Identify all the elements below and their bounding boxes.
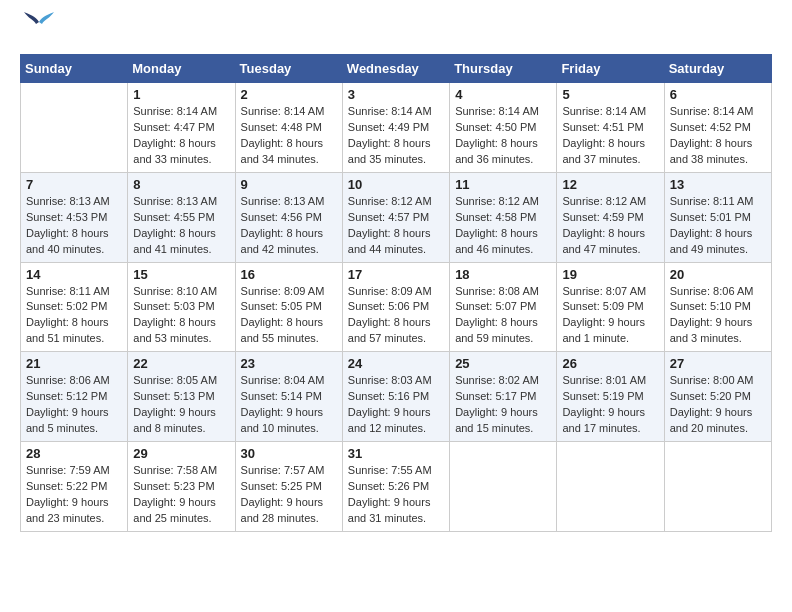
day-number: 3 xyxy=(348,87,444,102)
logo-bird-icon xyxy=(24,12,54,38)
day-info: Sunrise: 8:09 AMSunset: 5:05 PMDaylight:… xyxy=(241,284,337,348)
day-number: 27 xyxy=(670,356,766,371)
day-info: Sunrise: 8:14 AMSunset: 4:47 PMDaylight:… xyxy=(133,104,229,168)
calendar-cell: 11Sunrise: 8:12 AMSunset: 4:58 PMDayligh… xyxy=(450,172,557,262)
calendar-cell xyxy=(450,442,557,532)
day-number: 23 xyxy=(241,356,337,371)
calendar-cell: 22Sunrise: 8:05 AMSunset: 5:13 PMDayligh… xyxy=(128,352,235,442)
calendar-cell: 2Sunrise: 8:14 AMSunset: 4:48 PMDaylight… xyxy=(235,83,342,173)
calendar-cell: 5Sunrise: 8:14 AMSunset: 4:51 PMDaylight… xyxy=(557,83,664,173)
day-info: Sunrise: 7:59 AMSunset: 5:22 PMDaylight:… xyxy=(26,463,122,527)
calendar-cell: 28Sunrise: 7:59 AMSunset: 5:22 PMDayligh… xyxy=(21,442,128,532)
day-info: Sunrise: 8:10 AMSunset: 5:03 PMDaylight:… xyxy=(133,284,229,348)
calendar-cell xyxy=(21,83,128,173)
day-number: 20 xyxy=(670,267,766,282)
day-info: Sunrise: 8:14 AMSunset: 4:51 PMDaylight:… xyxy=(562,104,658,168)
day-number: 22 xyxy=(133,356,229,371)
calendar-cell: 13Sunrise: 8:11 AMSunset: 5:01 PMDayligh… xyxy=(664,172,771,262)
day-number: 30 xyxy=(241,446,337,461)
day-number: 15 xyxy=(133,267,229,282)
day-number: 17 xyxy=(348,267,444,282)
weekday-header-monday: Monday xyxy=(128,55,235,83)
calendar-cell: 20Sunrise: 8:06 AMSunset: 5:10 PMDayligh… xyxy=(664,262,771,352)
day-info: Sunrise: 8:06 AMSunset: 5:10 PMDaylight:… xyxy=(670,284,766,348)
weekday-header-tuesday: Tuesday xyxy=(235,55,342,83)
day-info: Sunrise: 8:12 AMSunset: 4:57 PMDaylight:… xyxy=(348,194,444,258)
day-info: Sunrise: 8:08 AMSunset: 5:07 PMDaylight:… xyxy=(455,284,551,348)
calendar-cell: 30Sunrise: 7:57 AMSunset: 5:25 PMDayligh… xyxy=(235,442,342,532)
day-info: Sunrise: 8:11 AMSunset: 5:02 PMDaylight:… xyxy=(26,284,122,348)
day-info: Sunrise: 8:13 AMSunset: 4:53 PMDaylight:… xyxy=(26,194,122,258)
day-number: 28 xyxy=(26,446,122,461)
day-number: 9 xyxy=(241,177,337,192)
day-number: 21 xyxy=(26,356,122,371)
day-info: Sunrise: 8:06 AMSunset: 5:12 PMDaylight:… xyxy=(26,373,122,437)
day-number: 12 xyxy=(562,177,658,192)
day-number: 8 xyxy=(133,177,229,192)
calendar-cell xyxy=(664,442,771,532)
day-number: 25 xyxy=(455,356,551,371)
page-header xyxy=(20,20,772,38)
day-number: 13 xyxy=(670,177,766,192)
calendar-week-row: 21Sunrise: 8:06 AMSunset: 5:12 PMDayligh… xyxy=(21,352,772,442)
day-number: 19 xyxy=(562,267,658,282)
day-info: Sunrise: 8:03 AMSunset: 5:16 PMDaylight:… xyxy=(348,373,444,437)
day-info: Sunrise: 8:00 AMSunset: 5:20 PMDaylight:… xyxy=(670,373,766,437)
calendar-cell: 26Sunrise: 8:01 AMSunset: 5:19 PMDayligh… xyxy=(557,352,664,442)
calendar-cell: 10Sunrise: 8:12 AMSunset: 4:57 PMDayligh… xyxy=(342,172,449,262)
calendar-cell: 4Sunrise: 8:14 AMSunset: 4:50 PMDaylight… xyxy=(450,83,557,173)
day-info: Sunrise: 8:01 AMSunset: 5:19 PMDaylight:… xyxy=(562,373,658,437)
weekday-header-friday: Friday xyxy=(557,55,664,83)
day-info: Sunrise: 7:58 AMSunset: 5:23 PMDaylight:… xyxy=(133,463,229,527)
day-number: 10 xyxy=(348,177,444,192)
day-info: Sunrise: 8:14 AMSunset: 4:52 PMDaylight:… xyxy=(670,104,766,168)
calendar-cell: 12Sunrise: 8:12 AMSunset: 4:59 PMDayligh… xyxy=(557,172,664,262)
day-info: Sunrise: 8:04 AMSunset: 5:14 PMDaylight:… xyxy=(241,373,337,437)
calendar-cell: 9Sunrise: 8:13 AMSunset: 4:56 PMDaylight… xyxy=(235,172,342,262)
day-info: Sunrise: 8:14 AMSunset: 4:49 PMDaylight:… xyxy=(348,104,444,168)
calendar-cell: 6Sunrise: 8:14 AMSunset: 4:52 PMDaylight… xyxy=(664,83,771,173)
calendar-cell: 15Sunrise: 8:10 AMSunset: 5:03 PMDayligh… xyxy=(128,262,235,352)
day-number: 5 xyxy=(562,87,658,102)
calendar-cell: 25Sunrise: 8:02 AMSunset: 5:17 PMDayligh… xyxy=(450,352,557,442)
calendar-cell: 23Sunrise: 8:04 AMSunset: 5:14 PMDayligh… xyxy=(235,352,342,442)
day-info: Sunrise: 8:09 AMSunset: 5:06 PMDaylight:… xyxy=(348,284,444,348)
day-info: Sunrise: 8:05 AMSunset: 5:13 PMDaylight:… xyxy=(133,373,229,437)
calendar-week-row: 1Sunrise: 8:14 AMSunset: 4:47 PMDaylight… xyxy=(21,83,772,173)
weekday-header-sunday: Sunday xyxy=(21,55,128,83)
calendar-week-row: 28Sunrise: 7:59 AMSunset: 5:22 PMDayligh… xyxy=(21,442,772,532)
day-info: Sunrise: 8:07 AMSunset: 5:09 PMDaylight:… xyxy=(562,284,658,348)
calendar-cell: 14Sunrise: 8:11 AMSunset: 5:02 PMDayligh… xyxy=(21,262,128,352)
calendar-week-row: 14Sunrise: 8:11 AMSunset: 5:02 PMDayligh… xyxy=(21,262,772,352)
day-number: 14 xyxy=(26,267,122,282)
calendar-week-row: 7Sunrise: 8:13 AMSunset: 4:53 PMDaylight… xyxy=(21,172,772,262)
weekday-header-saturday: Saturday xyxy=(664,55,771,83)
calendar-cell: 18Sunrise: 8:08 AMSunset: 5:07 PMDayligh… xyxy=(450,262,557,352)
day-info: Sunrise: 8:13 AMSunset: 4:55 PMDaylight:… xyxy=(133,194,229,258)
day-number: 2 xyxy=(241,87,337,102)
calendar-cell: 7Sunrise: 8:13 AMSunset: 4:53 PMDaylight… xyxy=(21,172,128,262)
day-info: Sunrise: 8:12 AMSunset: 4:59 PMDaylight:… xyxy=(562,194,658,258)
day-number: 1 xyxy=(133,87,229,102)
day-number: 18 xyxy=(455,267,551,282)
calendar-cell: 19Sunrise: 8:07 AMSunset: 5:09 PMDayligh… xyxy=(557,262,664,352)
day-number: 11 xyxy=(455,177,551,192)
calendar-cell: 31Sunrise: 7:55 AMSunset: 5:26 PMDayligh… xyxy=(342,442,449,532)
day-number: 24 xyxy=(348,356,444,371)
day-number: 16 xyxy=(241,267,337,282)
calendar-cell: 29Sunrise: 7:58 AMSunset: 5:23 PMDayligh… xyxy=(128,442,235,532)
day-number: 4 xyxy=(455,87,551,102)
day-number: 6 xyxy=(670,87,766,102)
day-number: 29 xyxy=(133,446,229,461)
calendar-cell: 24Sunrise: 8:03 AMSunset: 5:16 PMDayligh… xyxy=(342,352,449,442)
day-info: Sunrise: 8:13 AMSunset: 4:56 PMDaylight:… xyxy=(241,194,337,258)
day-info: Sunrise: 8:14 AMSunset: 4:50 PMDaylight:… xyxy=(455,104,551,168)
logo xyxy=(20,20,54,38)
calendar-cell xyxy=(557,442,664,532)
day-number: 26 xyxy=(562,356,658,371)
day-info: Sunrise: 7:57 AMSunset: 5:25 PMDaylight:… xyxy=(241,463,337,527)
calendar-table: SundayMondayTuesdayWednesdayThursdayFrid… xyxy=(20,54,772,532)
day-number: 7 xyxy=(26,177,122,192)
day-info: Sunrise: 8:12 AMSunset: 4:58 PMDaylight:… xyxy=(455,194,551,258)
calendar-cell: 16Sunrise: 8:09 AMSunset: 5:05 PMDayligh… xyxy=(235,262,342,352)
